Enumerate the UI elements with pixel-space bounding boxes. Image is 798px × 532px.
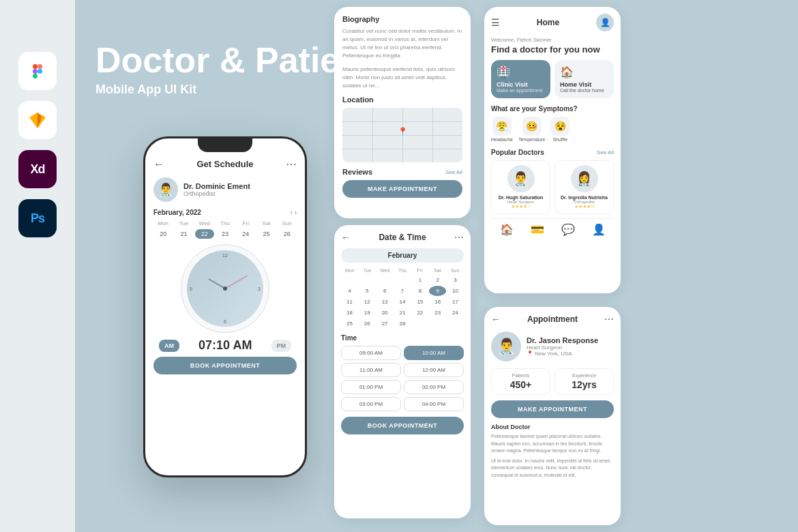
phone-mockup: ← Get Schedule ⋯ 👨‍⚕️ Dr. Dominic Ement …: [143, 136, 307, 477]
temperature-icon: 🤒: [522, 117, 542, 136]
symptom-headache[interactable]: 😤 Headache: [491, 117, 513, 142]
book-appointment-button[interactable]: BOOK APPOINTMENT: [153, 357, 297, 374]
calendar-header: February, 2022 ‹ ›: [153, 209, 297, 216]
doctor-avatar: 👨‍⚕️: [153, 177, 178, 202]
find-doctor-text: Find a doctor for you now: [491, 44, 614, 55]
time-slot-1100[interactable]: 11:00 AM: [341, 363, 401, 377]
appointment-title: Appointment: [527, 314, 578, 324]
cal-prev[interactable]: ‹ ›: [291, 209, 297, 216]
pm-button[interactable]: PM: [271, 340, 292, 352]
reviews-header: Reviews See All: [342, 168, 462, 176]
more-icon[interactable]: ⋯: [286, 158, 297, 171]
doctor-speciality: Orthopedist: [183, 190, 250, 197]
see-all-reviews[interactable]: See All: [445, 169, 462, 175]
location-title: Location: [342, 95, 462, 104]
shuffle-icon: 😵: [550, 117, 570, 136]
nav-profile-icon[interactable]: 👤: [592, 223, 606, 236]
doctor-card-1[interactable]: 👨‍⚕️ Dr. Hugh Saturation Heart Surgeon ★…: [491, 160, 550, 214]
clinic-name: Clinic Visit: [497, 81, 545, 88]
shuffle-label: Shuffle: [552, 137, 567, 142]
svg-rect-0: [33, 64, 38, 69]
svg-rect-1: [38, 64, 42, 69]
location-pin-icon: 📍: [527, 351, 533, 357]
about-doctor-text-1: Pellentesque laoreet quam placerat ultri…: [491, 433, 614, 455]
user-avatar[interactable]: 👤: [596, 14, 614, 31]
make-appointment-appt-button[interactable]: MAKE APPOINTMENT: [491, 400, 614, 418]
small-week-days: Mon Tue Wed Thu Fri Sat Sun: [341, 268, 464, 273]
doc-stars-1: ★★★★☆: [496, 204, 546, 209]
subtitle: Mobile App UI Kit: [95, 83, 373, 97]
time-slot-0200pm[interactable]: 02:00 PM: [404, 380, 464, 394]
patients-label: Patients: [496, 373, 546, 378]
make-appointment-button[interactable]: MAKE APPOINTMENT: [342, 180, 462, 198]
time-display: AM 07:10 AM PM: [153, 338, 297, 353]
sketch-icon[interactable]: [18, 101, 57, 139]
experience-value: 12yrs: [559, 379, 609, 390]
main-title: Doctor & Patient: [95, 41, 373, 80]
week-days: Mon Tue Wed Thu Fri Sat Sun: [153, 220, 297, 226]
clinic-icon: 🏥: [497, 65, 545, 78]
home-visit-desc: Call the doctor home: [560, 88, 608, 93]
appointment-card: ← Appointment ⋯ 👨‍⚕️ Dr. Jason Response …: [484, 307, 621, 525]
ps-icon[interactable]: Ps: [18, 199, 57, 237]
datetime-header: ← Date & Time ⋯: [341, 232, 464, 243]
time-slot-0400pm[interactable]: 04:00 PM: [404, 397, 464, 411]
doc-avatar-2: 👩‍⚕️: [571, 165, 598, 192]
doc-stars-2: ★★★★½: [559, 204, 609, 209]
appt-back-icon[interactable]: ←: [491, 314, 501, 325]
phone-screen-title: Get Schedule: [196, 159, 253, 169]
symptom-temperature[interactable]: 🤒 Temperature: [518, 117, 545, 142]
time-slot-0900[interactable]: 09:00 AM: [341, 346, 401, 360]
map-pin: 📍: [398, 127, 408, 136]
sidebar: Xd Ps: [0, 0, 75, 532]
svg-point-4: [38, 69, 42, 74]
back-icon[interactable]: ←: [153, 158, 164, 171]
time-slots: 09:00 AM 10:00 AM 11:00 AM 12:00 AM 01:0…: [341, 346, 464, 411]
doc-name-1: Dr. Hugh Saturation: [496, 195, 546, 200]
stats-row: Patients 450+ Experience 12yrs: [491, 368, 614, 395]
biography-title: Biography: [342, 15, 462, 23]
phone-content: ← Get Schedule ⋯ 👨‍⚕️ Dr. Dominic Ement …: [145, 152, 305, 380]
datetime-card: ← Date & Time ⋯ February Mon Tue Wed Thu…: [334, 225, 471, 518]
time-slot-1000[interactable]: 10:00 AM: [404, 346, 464, 360]
biography-card: Biography Curabitur vel nunc ced dolor m…: [334, 7, 471, 218]
am-button[interactable]: AM: [159, 340, 179, 352]
phone-header: ← Get Schedule ⋯: [153, 158, 297, 171]
book-appt-datetime-button[interactable]: BOOK APPOINTMENT: [341, 417, 464, 434]
bottom-nav: 🏠 💳 💬 👤: [491, 218, 614, 237]
headache-icon: 😤: [492, 117, 512, 136]
home-icon: 🏠: [560, 65, 608, 78]
time-slot-0300pm[interactable]: 03:00 PM: [341, 397, 401, 411]
headache-label: Headache: [491, 137, 513, 142]
appointment-header: ← Appointment ⋯: [491, 314, 614, 325]
home-screen-title: Home: [537, 18, 559, 27]
datetime-more-icon[interactable]: ⋯: [454, 232, 464, 243]
nav-card-icon[interactable]: 💳: [531, 223, 544, 236]
phone-notch: [198, 138, 252, 152]
time-slot-1200[interactable]: 12:00 AM: [404, 363, 464, 377]
popular-header: Popular Doctors See All: [491, 149, 614, 156]
figma-icon[interactable]: [18, 52, 57, 90]
service-cards: 🏥 Clinic Visit Make an appointment 🏠 Hom…: [491, 60, 614, 98]
home-visit-card[interactable]: 🏠 Home Visit Call the doctor home: [555, 60, 614, 98]
symptom-shuffle[interactable]: 😵 Shuffle: [550, 117, 570, 142]
time-slot-0100pm[interactable]: 01:00 PM: [341, 380, 401, 394]
bio-text-1: Curabitur vel nunc ced dolor mattis vest…: [342, 27, 462, 60]
nav-chat-icon[interactable]: 💬: [561, 223, 575, 236]
hamburger-icon[interactable]: ☰: [491, 17, 500, 28]
appt-more-icon[interactable]: ⋯: [604, 314, 614, 325]
datetime-back-icon[interactable]: ←: [341, 232, 351, 243]
calendar-grid: 1 2 3 4 5 6 7 8 9 10 11 12 13 14 15 16 1…: [341, 275, 464, 329]
bio-text-2: Mauris pellentesque eleifend felis, quis…: [342, 65, 462, 90]
xd-icon[interactable]: Xd: [18, 150, 57, 188]
symptoms-title: What are your Symptoms?: [491, 105, 614, 113]
time-text: 07:10 AM: [183, 338, 267, 353]
clinic-desc: Make an appointment: [497, 88, 545, 93]
clinic-visit-card[interactable]: 🏥 Clinic Visit Make an appointment: [491, 60, 550, 98]
title-block: Doctor & Patient Mobile App UI Kit: [95, 41, 373, 97]
see-all-doctors[interactable]: See All: [597, 149, 614, 156]
home-card: ☰ Home 👤 Welcome, Fletch Skinner Find a …: [484, 7, 621, 293]
about-doctor-title: About Doctor: [491, 424, 614, 430]
nav-home-icon[interactable]: 🏠: [500, 223, 514, 236]
doctor-card-2[interactable]: 👩‍⚕️ Dr. Ingredia Nutrisha Orthopedist ★…: [555, 160, 614, 214]
